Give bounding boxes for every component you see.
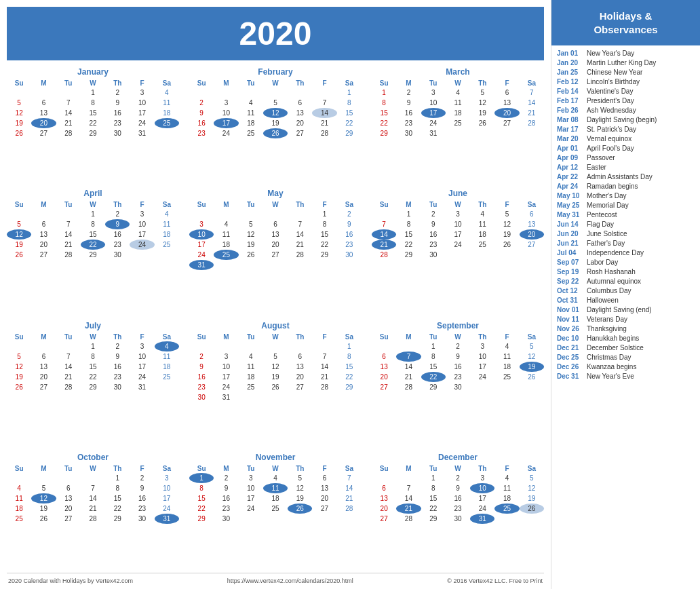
- month-title: February: [189, 67, 362, 77]
- calendar-day: 28: [372, 250, 396, 260]
- holiday-date: Sep 07: [557, 259, 583, 266]
- calendar-day: [130, 250, 154, 260]
- calendar-day: 1: [396, 209, 421, 219]
- calendar-day: 24: [421, 118, 446, 128]
- calendar-day: 21: [396, 372, 421, 382]
- calendar-day: 18: [7, 504, 31, 514]
- month-block: FebruarySuMTuWThFSa123456789101112131415…: [189, 67, 362, 182]
- calendar-day: 26: [494, 240, 519, 250]
- month-table: SuMTuWThFSa12345678910111213141516171819…: [372, 332, 544, 392]
- calendar-day: 26: [520, 504, 544, 514]
- calendar-day: 15: [81, 362, 105, 372]
- day-header: Tu: [421, 332, 446, 341]
- calendar-day: 18: [239, 372, 263, 382]
- holiday-item: Apr 24Ramadan begins: [557, 183, 695, 190]
- calendar-day: 16: [337, 229, 362, 240]
- calendar-day: 28: [81, 514, 105, 524]
- holiday-item: Jun 21Father's Day: [557, 240, 695, 247]
- calendar-day: 2: [214, 473, 238, 483]
- holiday-date: Nov 01: [557, 306, 583, 314]
- holiday-date: Oct 12: [557, 287, 583, 294]
- calendar-day: [372, 341, 396, 352]
- holiday-item: Mar 08Daylight Saving (begin): [557, 116, 695, 124]
- calendar-day: 9: [189, 108, 214, 118]
- calendar-day: 5: [31, 483, 56, 493]
- calendar-day: 12: [7, 362, 31, 372]
- calendar-day: 12: [520, 483, 544, 493]
- calendar-day: 15: [337, 362, 362, 372]
- day-header: Tu: [56, 332, 81, 341]
- day-header: Tu: [56, 79, 81, 88]
- holiday-date: Jul 04: [557, 249, 583, 256]
- calendar-day: [31, 88, 56, 98]
- calendar-day: [494, 128, 519, 138]
- day-header: Sa: [337, 79, 362, 88]
- holiday-item: Nov 01Daylight Saving (end): [557, 306, 695, 314]
- calendar-day: 4: [470, 209, 494, 219]
- calendar-day: 19: [263, 372, 288, 382]
- calendar-day: 9: [214, 483, 238, 493]
- calendar-day: 30: [105, 128, 130, 138]
- calendar-day: 23: [421, 240, 446, 250]
- month-block: MarchSuMTuWThFSa123456789101112131415161…: [372, 67, 544, 182]
- calendar-day: 1: [372, 88, 396, 98]
- calendar-day: 10: [470, 352, 494, 362]
- month-block: OctoberSuMTuWThFSa1234567891011121314151…: [7, 453, 179, 567]
- calendar-day: 7: [56, 219, 81, 229]
- calendar-day: 17: [214, 372, 238, 382]
- holiday-date: Jun 14: [557, 221, 583, 228]
- day-header: Tu: [239, 464, 263, 473]
- calendar-day: 15: [421, 493, 446, 504]
- calendar-day: 3: [130, 209, 154, 219]
- holiday-date: Apr 24: [557, 183, 583, 190]
- calendar-day: 5: [288, 473, 312, 483]
- calendar-day: 14: [312, 362, 336, 372]
- calendar-day: 22: [189, 504, 214, 514]
- calendar-day: 6: [56, 483, 81, 493]
- calendar-day: 12: [7, 108, 31, 118]
- day-header: Th: [470, 332, 494, 341]
- calendar-day: 4: [494, 341, 519, 352]
- day-header: Sa: [337, 200, 362, 209]
- day-header: Th: [105, 464, 130, 473]
- calendar-day: 14: [81, 493, 105, 504]
- calendar-day: [56, 88, 81, 98]
- holiday-item: Sep 22Autumnal equinox: [557, 278, 695, 285]
- calendar-day: 16: [396, 108, 421, 118]
- calendar-day: 22: [337, 118, 362, 128]
- calendar-day: 31: [189, 260, 214, 270]
- calendar-day: 31: [155, 514, 179, 524]
- calendar-day: 27: [372, 382, 396, 392]
- calendar-day: 25: [7, 514, 31, 524]
- months-grid: JanuarySuMTuWThFSa1234567891011121314151…: [7, 67, 544, 567]
- calendar-day: 8: [421, 483, 446, 493]
- calendar-day: [239, 392, 263, 402]
- calendar-day: 4: [155, 209, 179, 219]
- calendar-day: 9: [396, 98, 421, 108]
- calendar-day: 20: [372, 504, 396, 514]
- holiday-date: Apr 12: [557, 164, 583, 171]
- calendar-day: 20: [56, 504, 81, 514]
- calendar-day: 23: [214, 504, 238, 514]
- calendar-day: 7: [288, 219, 312, 229]
- month-table: SuMTuWThFSa12345678910111213141516171819…: [189, 332, 362, 402]
- calendar-day: 16: [214, 493, 238, 504]
- calendar-day: 7: [312, 352, 336, 362]
- footer-center: https://www.vertex42.com/calendars/2020.…: [227, 577, 353, 584]
- calendar-day: 4: [7, 483, 31, 493]
- calendar-day: 5: [494, 209, 519, 219]
- calendar-day: 21: [312, 372, 336, 382]
- calendar-day: 26: [7, 128, 31, 138]
- calendar-day: 30: [130, 514, 154, 524]
- calendar-day: 5: [470, 88, 494, 98]
- calendar-day: [312, 341, 336, 352]
- calendar-day: 16: [105, 108, 130, 118]
- calendar-day: [520, 250, 544, 260]
- calendar-day: [446, 128, 470, 138]
- calendar-day: 30: [446, 382, 470, 392]
- calendar-day: 9: [105, 352, 130, 362]
- month-title: August: [189, 321, 362, 330]
- holiday-date: Sep 22: [557, 278, 583, 285]
- calendar-day: 31: [421, 128, 446, 138]
- calendar-day: 23: [189, 382, 214, 392]
